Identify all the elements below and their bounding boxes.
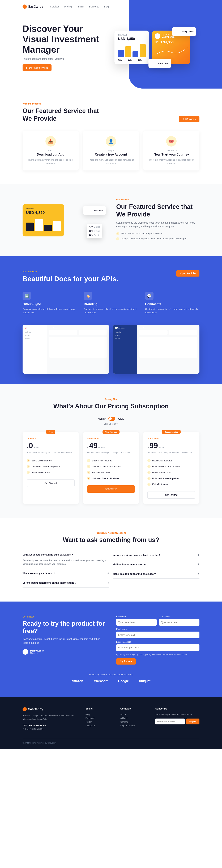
get-started-button[interactable]: Get Started xyxy=(87,485,135,493)
nav-pricing-2[interactable]: Pricing xyxy=(77,5,84,8)
footer-link[interactable]: Careers xyxy=(120,720,148,724)
footer-link[interactable]: About xyxy=(120,713,148,717)
partner-logo: amazon xyxy=(71,679,83,683)
faq-item[interactable]: Many desktop publishing packages ?+ xyxy=(113,569,199,579)
feature-stats-card: 47% Online 25% Offline 28% Delete xyxy=(87,224,102,238)
hero-stat-card: This Month USD 4,850 47% 28% 19% xyxy=(115,31,149,64)
nav-pricing[interactable]: Pricing xyxy=(64,5,72,8)
plus-icon: + xyxy=(107,581,109,585)
feature-section: Statistics USD 4,850 Chris Toner 47% Onl… xyxy=(0,184,222,256)
check-icon: ✓ xyxy=(87,477,90,480)
mini-card-2: Chris Toner xyxy=(149,59,171,68)
subscribe-button[interactable]: Register xyxy=(186,718,199,724)
hero-title: Discover Your Visual Investment Manager xyxy=(23,24,107,55)
avatar xyxy=(155,33,160,39)
check-icon: ✓ xyxy=(148,483,151,486)
minus-icon: − xyxy=(107,553,109,557)
footer-link[interactable]: Facebook xyxy=(86,716,114,720)
plan-feature: ✓Unlimited Shared Pipelines xyxy=(148,475,195,481)
username-label: User Name xyxy=(159,615,199,618)
email-input[interactable] xyxy=(116,631,199,638)
faq-item[interactable]: There are many variations ?+ xyxy=(23,569,109,578)
check-icon: ✓ xyxy=(87,465,90,468)
plus-icon: + xyxy=(107,572,109,575)
subscribe-heading: Subscribe xyxy=(155,707,199,710)
toggle-monthly[interactable]: Monthly xyxy=(98,417,106,420)
logo-icon xyxy=(23,4,27,9)
pricing-toggle[interactable] xyxy=(108,417,115,421)
partner-logo: uniquat xyxy=(139,679,151,683)
dashboard-preview-light: 📊 Dashboard Analytics Reports Settings Y… xyxy=(23,325,109,374)
copyright: © 2022 All rights reserved by SasCandy xyxy=(23,738,199,744)
pricing-section: Pricing Plan What's About Our Pricing Su… xyxy=(0,384,222,518)
step-card: 🎟️ Now Step 3 Now Start your Journey The… xyxy=(143,131,199,170)
faq-item[interactable]: Various versions have evolved over the ?… xyxy=(113,551,199,560)
price-card: Most Popular Professional $49/Month For … xyxy=(83,432,139,504)
footer-phone: Call us: 878-985-3938 xyxy=(23,727,78,731)
company-heading: Company xyxy=(120,707,148,710)
docs-feature-icon: 🏷️ xyxy=(84,292,92,300)
plan-feature: ✓Email Power Tools xyxy=(148,469,195,475)
price-badge: Most Popular xyxy=(102,430,120,434)
pricing-title: What's About Our Pricing Subscription xyxy=(23,403,199,410)
footer-link[interactable]: Twitter xyxy=(86,720,114,724)
subscribe-input[interactable] xyxy=(155,718,185,724)
plus-icon: + xyxy=(197,572,199,576)
get-started-button[interactable]: Get Started xyxy=(148,491,195,499)
feature-label: Our Service xyxy=(116,198,199,201)
cta-desc: Contrary to popular belief, Lorem Ipsum … xyxy=(23,637,106,645)
dashboard-preview-dark: 📊 Dashboard Analytics Reports Settings Y… xyxy=(113,325,199,374)
price-card: Free Personal $0/Free For individuals lo… xyxy=(23,432,79,504)
plan-feature: ✓Email Power Tools xyxy=(87,469,135,475)
nav-blog[interactable]: Blog xyxy=(104,5,109,8)
docs-feature-icon: 🔄 xyxy=(23,292,31,300)
step-icon: 🎟️ xyxy=(166,136,177,147)
partner-logo: Microsoft xyxy=(94,679,108,683)
avatar xyxy=(23,649,28,655)
footer: SasCandy Retain is a simple, elegant, an… xyxy=(0,697,222,749)
toggle-yearly[interactable]: Yearly xyxy=(118,417,124,420)
feature-desc: Seamlessly see the tasks that need your … xyxy=(116,221,199,229)
footer-link[interactable]: Affiliates xyxy=(120,716,148,720)
docs-feature: 🏷️ BrandingContrary to popular belief, L… xyxy=(84,292,138,315)
username-input[interactable] xyxy=(159,619,199,626)
plus-icon: + xyxy=(197,563,199,566)
cta-title: Ready to try the product for free? xyxy=(23,620,106,635)
footer-link[interactable]: Instagram xyxy=(86,724,114,728)
check-item: ✓List of the tasks that require your att… xyxy=(116,232,199,235)
process-label: Working Process xyxy=(23,102,109,105)
logo[interactable]: SasCandy xyxy=(23,4,43,9)
check-icon: ✓ xyxy=(116,232,119,235)
try-free-button[interactable]: Try for free xyxy=(116,658,136,664)
step-card: 👤 Step 2 Create a free Account There are… xyxy=(83,131,139,170)
feature-mini-card: Chris Toner xyxy=(83,206,106,215)
email-label: Email address xyxy=(116,628,199,630)
social-heading: Social xyxy=(86,707,114,710)
footer-link[interactable]: Blog xyxy=(86,713,114,717)
open-portfolio-button[interactable]: Open Portfolio xyxy=(177,270,200,277)
docs-feature: 💬 CommentsContrary to popular belief, Lo… xyxy=(145,292,199,315)
docs-feature: 🔄 Github SyncContrary to popular belief,… xyxy=(23,292,77,315)
faq-section: Frequently Asked Questions Want to ask s… xyxy=(0,518,222,601)
faq-item[interactable]: Letraset sheets containing sum passages … xyxy=(23,551,109,569)
discover-video-button[interactable]: ▶ Discover the Video xyxy=(23,64,52,71)
footer-link[interactable]: Legal & Privacy xyxy=(120,724,148,728)
feature-title: Our Featured Service that We Provide xyxy=(116,203,199,218)
faq-item[interactable]: Finibus bonorum et malorum ?+ xyxy=(113,560,199,569)
plan-feature: ✓Full API Access xyxy=(148,481,195,487)
nav-services[interactable]: Services xyxy=(50,5,60,8)
faq-item[interactable]: Lorem Ipsum generators on the Internet t… xyxy=(23,578,109,588)
nav-elements[interactable]: Elements xyxy=(89,5,99,8)
check-icon: ✓ xyxy=(148,471,151,474)
step-icon: 👤 xyxy=(106,136,116,147)
password-input[interactable] xyxy=(116,644,199,651)
get-started-button[interactable]: Get Started xyxy=(27,479,74,487)
price-badge: Recommended xyxy=(162,430,181,434)
check-icon: ✓ xyxy=(148,477,151,480)
signup-form: Full Name User Name Email address Email … xyxy=(116,615,199,664)
all-services-button[interactable]: All Services xyxy=(179,116,199,122)
plan-feature: ✓Unlimited Personal Pipelines xyxy=(87,464,135,469)
fullname-input[interactable] xyxy=(116,619,157,626)
docs-feature-icon: 💬 xyxy=(145,292,154,300)
brand-name: SasCandy xyxy=(28,5,43,8)
